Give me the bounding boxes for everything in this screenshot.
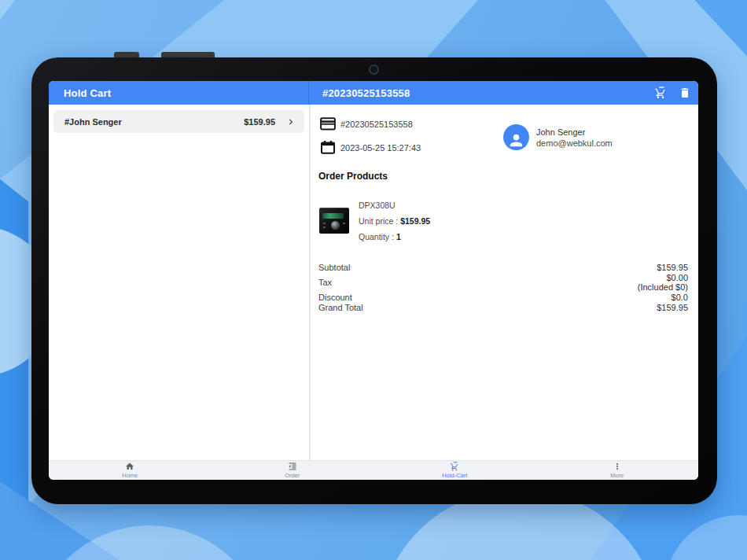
trash-icon[interactable] bbox=[678, 86, 692, 100]
nav-item-home[interactable]: Home bbox=[49, 461, 212, 480]
calendar-icon bbox=[320, 141, 336, 154]
hold-cart-list-item[interactable]: #John Senger $159.95 bbox=[53, 110, 304, 133]
hold-cart-header: Hold Cart bbox=[49, 81, 309, 105]
discount-row: Discount $0.0 bbox=[318, 292, 688, 302]
order-products-heading: Order Products bbox=[318, 171, 388, 182]
nav-item-more[interactable]: More bbox=[536, 461, 699, 480]
tax-row: Tax $0.00 (Included $0) bbox=[318, 272, 688, 292]
order-detail-panel: #20230525153558 2023-05-25 15:27:43 John… bbox=[311, 105, 698, 460]
credit-card-icon bbox=[320, 117, 336, 131]
product-row: DPX308U Unit price :$159.95 Quantity :1 bbox=[319, 197, 430, 241]
customer-email: demo@webkul.com bbox=[536, 138, 613, 148]
hold-amount: $159.95 bbox=[244, 117, 275, 127]
product-name: DPX308U bbox=[359, 201, 430, 210]
wallpaper-canvas: Hold Cart #20230525153558 #John Senger $… bbox=[0, 0, 747, 560]
nav-item-hold-cart[interactable]: Hold-Cart bbox=[374, 461, 536, 480]
more-vert-icon bbox=[613, 462, 622, 471]
nav-label: Home bbox=[122, 472, 138, 479]
bottom-nav: Home Order Hold-Cart More bbox=[49, 460, 698, 480]
product-image bbox=[319, 208, 349, 234]
hold-cart-icon bbox=[450, 462, 459, 471]
home-icon bbox=[125, 462, 134, 471]
page-title: Hold Cart bbox=[64, 87, 111, 99]
order-datetime: 2023-05-25 15:27:43 bbox=[340, 143, 421, 153]
order-totals: Subtotal $159.95 Tax $0.00 (Included $0)… bbox=[318, 262, 688, 312]
customer-name: John Senger bbox=[536, 127, 613, 137]
nav-label: More bbox=[610, 472, 624, 479]
order-date-row: 2023-05-25 15:27:43 bbox=[320, 141, 421, 154]
chevron-right-icon bbox=[285, 116, 296, 127]
order-header: #20230525153558 bbox=[309, 81, 698, 105]
product-quantity: Quantity :1 bbox=[359, 232, 430, 241]
tax-included-note: (Included $0) bbox=[638, 282, 688, 292]
tablet-screen: Hold Cart #20230525153558 #John Senger $… bbox=[49, 81, 698, 480]
bg-circle bbox=[31, 525, 267, 560]
order-id-title: #20230525153558 bbox=[322, 87, 410, 99]
product-unit-price: Unit price :$159.95 bbox=[359, 216, 430, 226]
person-icon bbox=[503, 124, 529, 150]
order-list-icon bbox=[288, 462, 297, 471]
restore-cart-icon[interactable] bbox=[653, 86, 668, 100]
nav-label: Order bbox=[285, 472, 300, 479]
app-header: Hold Cart #20230525153558 bbox=[49, 81, 698, 105]
nav-item-order[interactable]: Order bbox=[212, 461, 374, 480]
customer-block: John Senger demo@webkul.com bbox=[503, 124, 613, 150]
order-number-row: #20230525153558 bbox=[320, 117, 413, 131]
grand-total-row: Grand Total $159.95 bbox=[318, 302, 688, 312]
front-camera bbox=[369, 64, 379, 75]
hold-customer-name: #John Senger bbox=[64, 117, 122, 127]
order-number: #20230525153558 bbox=[340, 120, 413, 129]
nav-label: Hold-Cart bbox=[442, 472, 467, 479]
bg-circle bbox=[664, 515, 747, 560]
subtotal-row: Subtotal $159.95 bbox=[318, 262, 688, 272]
